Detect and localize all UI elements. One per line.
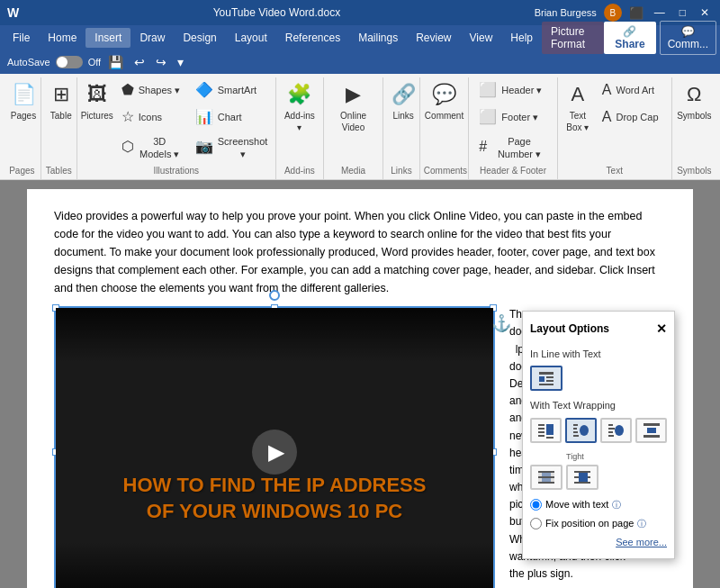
- icons-button[interactable]: ☆ Icons: [115, 104, 187, 131]
- svg-rect-13: [573, 431, 578, 433]
- save-button[interactable]: 💾: [104, 53, 127, 71]
- illustrations-items: 🖼 Pictures ⬟ Shapes ▾ ☆ Icons ⬡ 3D Model…: [81, 77, 272, 164]
- footer-button[interactable]: ⬜ Footer ▾: [472, 104, 553, 131]
- document-title: YouTube Video Word.docx: [213, 6, 340, 19]
- square-icon: [537, 422, 555, 439]
- hf-col: ⬜ Header ▾ ⬜ Footer ▾ # Page Number ▾: [472, 77, 553, 164]
- front-icon: [573, 469, 591, 485]
- video-container[interactable]: HOW TO FIND THE IP ADDRESS OF YOUR WINDO…: [54, 306, 495, 588]
- pages-icon: 📄: [12, 82, 36, 108]
- links-group: 🔗 Links Links: [383, 77, 420, 179]
- pages-group: 📄 Pages Pages: [4, 77, 41, 179]
- menu-bar: File Home Insert Draw Design Layout Refe…: [0, 25, 720, 50]
- ribbon-toggle[interactable]: ⬛: [629, 6, 644, 20]
- 3dmodels-button[interactable]: ⬡ 3D Models ▾: [115, 131, 187, 165]
- media-group-label: Media: [328, 164, 379, 176]
- menu-file[interactable]: File: [4, 28, 39, 48]
- layout-close-button[interactable]: ✕: [656, 319, 667, 339]
- svg-rect-17: [608, 428, 615, 430]
- svg-rect-28: [538, 482, 554, 484]
- pagenumber-icon: #: [479, 138, 487, 157]
- undo-button[interactable]: ↩: [130, 53, 148, 71]
- menu-insert[interactable]: Insert: [86, 28, 130, 48]
- minimize-button[interactable]: —: [651, 6, 669, 19]
- through-option[interactable]: [600, 418, 632, 443]
- fix-info-icon[interactable]: ⓘ: [637, 517, 646, 531]
- menu-view[interactable]: View: [461, 28, 502, 48]
- header-button[interactable]: ⬜ Header ▾: [472, 77, 553, 104]
- comment-button[interactable]: 💬 Comment: [424, 77, 465, 124]
- tight-option[interactable]: [565, 418, 597, 443]
- move-with-text-radio[interactable]: [530, 499, 542, 511]
- pagenumber-button[interactable]: # Page Number ▾: [472, 131, 553, 165]
- chart-button[interactable]: 📊 Chart: [189, 104, 274, 131]
- menu-references[interactable]: References: [276, 28, 349, 48]
- textbox-button[interactable]: A Text Box ▾: [562, 77, 594, 136]
- square-option[interactable]: [530, 418, 562, 443]
- links-button[interactable]: 🔗 Links: [387, 77, 419, 124]
- addins-group: 🧩 Add-ins ▾ Add-ins: [276, 77, 324, 179]
- video-title: HOW TO FIND THE IP ADDRESS OF YOUR WINDO…: [74, 473, 475, 524]
- video-title-line1: HOW TO FIND THE IP ADDRESS: [74, 473, 475, 499]
- menu-pictureformat[interactable]: Picture Format: [542, 22, 604, 54]
- svg-rect-19: [608, 435, 614, 437]
- svg-rect-5: [538, 424, 544, 426]
- close-button[interactable]: ✕: [697, 6, 713, 19]
- menu-mailings[interactable]: Mailings: [349, 28, 407, 48]
- paragraph1: Video provides a powerful way to help yo…: [54, 207, 666, 297]
- screenshot-button[interactable]: 📷 Screenshot ▾: [189, 131, 274, 165]
- wordart-button[interactable]: A Word Art: [596, 77, 668, 104]
- title-bar-controls: Brian Burgess B ⬛ — □ ✕: [535, 4, 713, 22]
- menu-layout[interactable]: Layout: [226, 28, 276, 48]
- table-button[interactable]: ⊞ Table: [45, 77, 77, 124]
- illustrations-col2: 🔷 SmartArt 📊 Chart 📷 Screenshot ▾: [189, 77, 274, 164]
- maximize-button[interactable]: □: [676, 6, 689, 19]
- menu-help[interactable]: Help: [501, 28, 542, 48]
- inline-label: In Line with Text: [530, 348, 601, 359]
- dropcap-button[interactable]: A Drop Cap: [596, 104, 668, 131]
- menu-review[interactable]: Review: [407, 28, 460, 48]
- see-more-link[interactable]: See more...: [530, 535, 667, 551]
- addins-icon: 🧩: [287, 82, 311, 108]
- share-button[interactable]: 🔗 Share: [604, 22, 655, 54]
- menu-bar-right: 🔗 Share 💬 Comm...: [604, 21, 716, 55]
- shapes-button[interactable]: ⬟ Shapes ▾: [115, 77, 187, 104]
- onlinevideo-button[interactable]: ▶ Online Video: [328, 77, 379, 136]
- comments-button[interactable]: 💬 Comm...: [660, 21, 716, 55]
- symbols-button[interactable]: Ω Symbols: [676, 77, 713, 124]
- autosave-toggle[interactable]: [56, 56, 83, 68]
- svg-rect-9: [546, 424, 554, 435]
- pictures-button[interactable]: 🖼 Pictures: [81, 77, 113, 124]
- menu-home[interactable]: Home: [39, 28, 86, 48]
- more-options-button[interactable]: ▾: [174, 53, 187, 71]
- pages-button[interactable]: 📄 Pages: [7, 77, 40, 124]
- play-button[interactable]: ▶: [252, 430, 297, 475]
- move-with-text-row: Move with text ⓘ: [530, 497, 667, 513]
- inline-option[interactable]: [530, 366, 562, 391]
- svg-rect-6: [538, 428, 544, 430]
- footer-icon: ⬜: [479, 108, 497, 127]
- behind-option[interactable]: [530, 465, 562, 490]
- symbols-group-label: Symbols: [676, 164, 713, 176]
- topbottom-option[interactable]: [635, 418, 667, 443]
- front-option[interactable]: [566, 465, 598, 490]
- pagenumber-label: Page Number ▾: [491, 135, 547, 161]
- redo-button[interactable]: ↪: [152, 53, 170, 71]
- rotate-handle[interactable]: [269, 290, 280, 301]
- menu-design[interactable]: Design: [174, 28, 225, 48]
- svg-rect-29: [574, 471, 590, 473]
- symbols-label: Symbols: [677, 110, 711, 122]
- addins-button[interactable]: 🧩 Add-ins ▾: [280, 77, 320, 136]
- fix-position-radio[interactable]: [530, 518, 542, 529]
- links-label: Links: [393, 110, 414, 122]
- tables-items: ⊞ Table: [45, 77, 73, 164]
- svg-rect-11: [573, 424, 578, 426]
- move-info-icon[interactable]: ⓘ: [612, 498, 621, 512]
- table-label: Table: [50, 110, 72, 122]
- menu-draw[interactable]: Draw: [130, 28, 174, 48]
- dropcap-icon: A: [602, 108, 612, 127]
- text-group-label: Text: [562, 164, 668, 176]
- svg-rect-16: [608, 424, 613, 426]
- smartart-button[interactable]: 🔷 SmartArt: [189, 77, 274, 104]
- user-avatar[interactable]: B: [604, 4, 622, 22]
